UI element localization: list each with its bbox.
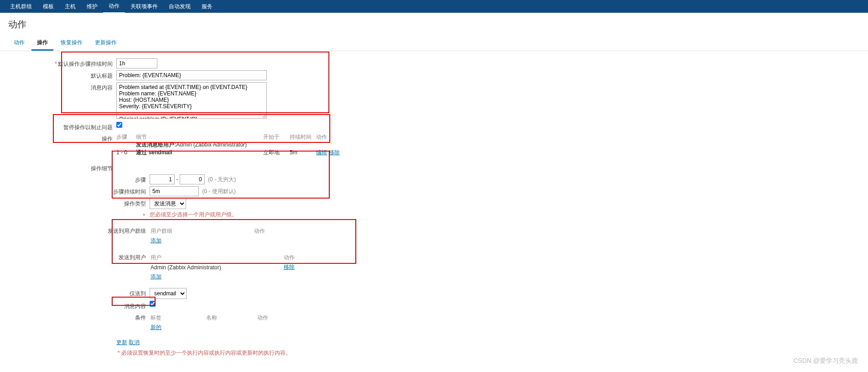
footer-note: * 必须设置恢复时的至少一个执行内容或执行内容或更新时的执行内容。 bbox=[0, 349, 868, 357]
label-pause-ops: 暂停操作以制止问题 bbox=[0, 122, 116, 131]
th-group-action: 动作 bbox=[254, 227, 283, 235]
td-steps: 1 - 0 bbox=[116, 149, 135, 156]
th-cond-name: 名称 bbox=[206, 314, 256, 322]
input-step-duration[interactable] bbox=[150, 186, 199, 196]
watermark: CSDN @爱学习秃头鹿 bbox=[793, 357, 858, 365]
th-user-action: 动作 bbox=[284, 254, 313, 262]
th-detail: 细节 bbox=[136, 133, 261, 141]
hint-step-duration: (0 - 使用默认) bbox=[200, 188, 235, 194]
checkbox-msg-content[interactable] bbox=[150, 301, 156, 307]
label-step-duration: 步骤持续时间 bbox=[0, 186, 150, 196]
label-step: 步骤 bbox=[0, 174, 150, 184]
td-detail: 发送消息给用户: Admin (Zabbix Administrator) 通过… bbox=[136, 141, 261, 157]
input-message[interactable]: Problem started at {EVENT.TIME} on {EVEN… bbox=[116, 82, 267, 119]
nav-discovery[interactable]: 自动发现 bbox=[163, 0, 196, 13]
label-message: 消息内容 bbox=[0, 82, 116, 92]
tab-action[interactable]: 动作 bbox=[8, 36, 30, 49]
td-start: 立即地 bbox=[263, 149, 288, 157]
th-action: 动作 bbox=[316, 133, 343, 141]
label-send-groups: 发送到用户群组 bbox=[0, 225, 150, 235]
nav-hostgroups[interactable]: 主机群组 bbox=[5, 0, 37, 13]
link-remove-op[interactable]: 移除 bbox=[329, 149, 340, 157]
nav-templates[interactable]: 模板 bbox=[37, 0, 59, 13]
nav-correlation[interactable]: 关联项事件 bbox=[125, 0, 163, 13]
link-edit-op[interactable]: 编辑 bbox=[316, 149, 327, 157]
label-msg-content: 消息内容 bbox=[0, 301, 150, 310]
label-op-details: 操作细节 bbox=[0, 163, 116, 173]
th-cond-action: 动作 bbox=[257, 314, 286, 322]
page-title: 动作 bbox=[0, 13, 868, 36]
warn-select-user: 您必须至少选择一个用户或用户组。 bbox=[150, 211, 237, 219]
nav-maintenance[interactable]: 维护 bbox=[81, 0, 103, 13]
link-remove-user[interactable]: 移除 bbox=[284, 264, 295, 270]
label-operations: 操作 bbox=[0, 133, 116, 143]
hint-step: (0 - 无穷大) bbox=[206, 176, 236, 183]
link-add-user[interactable]: 添加 bbox=[151, 273, 161, 280]
top-nav: 主机群组 模板 主机 维护 动作 关联项事件 自动发现 服务 bbox=[0, 0, 868, 13]
input-default-step-duration[interactable] bbox=[116, 58, 157, 68]
nav-hosts[interactable]: 主机 bbox=[59, 0, 81, 13]
link-new-condition[interactable]: 新的 bbox=[151, 324, 161, 330]
select-op-type[interactable]: 发送消息 bbox=[150, 198, 186, 209]
tab-update[interactable]: 更新操作 bbox=[89, 36, 122, 49]
label-send-users: 发送到用户 bbox=[0, 252, 150, 262]
th-duration: 持续时间 bbox=[290, 133, 315, 141]
tab-operations[interactable]: 操作 bbox=[31, 36, 53, 51]
input-default-subject[interactable] bbox=[116, 70, 267, 80]
link-update[interactable]: 更新 bbox=[116, 339, 127, 346]
td-duration: 5m bbox=[290, 149, 315, 156]
input-step-from[interactable] bbox=[150, 174, 175, 184]
link-cancel[interactable]: 取消 bbox=[129, 339, 140, 346]
nav-services[interactable]: 服务 bbox=[196, 0, 218, 13]
select-send-only[interactable]: sendmail bbox=[150, 288, 187, 299]
label-default-step-duration: *默认操作步骤持续时间 bbox=[0, 58, 116, 68]
input-step-to[interactable] bbox=[180, 174, 205, 184]
th-group: 用户群组 bbox=[151, 227, 253, 235]
label-default-subject: 默认标题 bbox=[0, 70, 116, 80]
label-send-only: 仅送到 bbox=[0, 288, 150, 298]
th-steps: 步骤 bbox=[116, 133, 135, 141]
th-start: 开始于 bbox=[263, 133, 288, 141]
th-user: 用户 bbox=[151, 254, 283, 262]
label-conditions: 条件 bbox=[0, 312, 150, 322]
td-user-name: Admin (Zabbix Administrator) bbox=[151, 262, 283, 271]
checkbox-pause-ops[interactable] bbox=[116, 122, 122, 128]
link-add-group[interactable]: 添加 bbox=[151, 237, 161, 244]
nav-actions[interactable]: 动作 bbox=[103, 0, 125, 14]
label-op-type: 操作类型 bbox=[0, 198, 150, 208]
tab-nav: 动作 操作 恢复操作 更新操作 bbox=[0, 36, 868, 51]
tab-recovery[interactable]: 恢复操作 bbox=[55, 36, 88, 49]
th-cond-tag: 标签 bbox=[151, 314, 205, 322]
